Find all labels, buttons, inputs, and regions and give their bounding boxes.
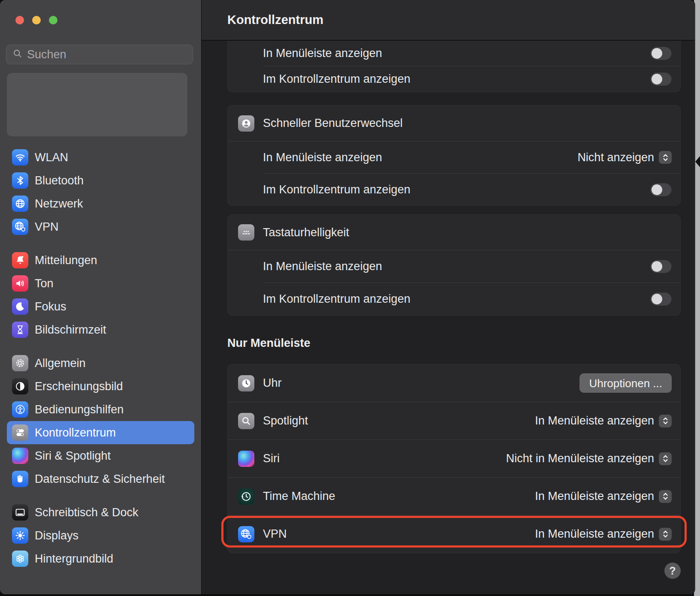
magnifier-icon [238, 413, 254, 429]
stepper-chevrons-icon [659, 528, 672, 541]
spotlight-select[interactable]: In Menüleiste anzeigen [535, 414, 672, 427]
titlebar: Kontrollzentrum [202, 0, 695, 41]
system-settings-window: Suchen WLANBluetoothNetzwerkVPNMitteilun… [0, 0, 695, 594]
stepper-chevrons-icon [659, 151, 672, 164]
section-header-tastaturhelligkeit: Tastaturhelligkeit [228, 215, 680, 250]
toggle-knob [652, 261, 662, 272]
bell-icon [12, 252, 28, 268]
im-kontrollzentrum-anzeigen-toggle[interactable] [650, 183, 672, 196]
background-window-edge [694, 0, 700, 596]
sidebar-group-gap [0, 491, 201, 501]
select-value: Nicht in Menüleiste anzeigen [506, 452, 654, 465]
sidebar-item-label: Bluetooth [35, 174, 84, 187]
vpn-select[interactable]: In Menüleiste anzeigen [535, 527, 672, 541]
menubar-row-vpn: VPNIn Menüleiste anzeigen [228, 515, 680, 553]
menubar-row-time-machine: Time MachineIn Menüleiste anzeigen [228, 478, 680, 515]
zoom-button[interactable] [49, 16, 57, 24]
uhr-options-button[interactable]: Uhroptionen ... [579, 373, 672, 393]
sidebar-item-allgemein[interactable]: Allgemein [7, 352, 194, 375]
keyboard-brightness-card: TastaturhelligkeitIn Menüleiste anzeigen… [227, 214, 681, 316]
settings-row-im-kontrollzentrum-anzeigen: Im Kontrollzentrum anzeigen [228, 174, 680, 205]
appearance-icon [12, 378, 28, 394]
stepper-chevrons-icon [659, 452, 672, 465]
hand-icon [12, 471, 28, 487]
sidebar-item-label: Datenschutz & Sicherheit [35, 473, 165, 486]
sidebar-item-label: Schreibtisch & Dock [35, 506, 139, 519]
sidebar-item-bluetooth[interactable]: Bluetooth [7, 169, 194, 192]
settings-row-in-men-leiste-anzeigen: In Menüleiste anzeigen [228, 41, 680, 66]
vpn-icon [12, 219, 28, 235]
settings-row-im-kontrollzentrum-anzeigen: Im Kontrollzentrum anzeigen [228, 283, 680, 315]
im-kontrollzentrum-anzeigen-toggle[interactable] [650, 292, 672, 306]
sidebar-item-erscheinungsbild[interactable]: Erscheinungsbild [7, 375, 194, 398]
close-button[interactable] [15, 16, 24, 24]
desktop-icon [12, 504, 28, 521]
time-machine-icon [238, 488, 254, 505]
sidebar-item-label: Allgemein [35, 357, 86, 370]
user-icon [238, 115, 254, 132]
sidebar-item-label: Ton [35, 277, 54, 290]
section-title: Schneller Benutzerwechsel [263, 117, 672, 130]
bluetooth-icon [12, 172, 28, 189]
row-label: In Menüleiste anzeigen [263, 260, 382, 273]
menubar-row-siri: SiriNicht in Menüleiste anzeigen [228, 440, 680, 477]
sun-icon [12, 527, 28, 544]
row-label: Time Machine [263, 490, 535, 503]
clipped-settings-card: In Menüleiste anzeigenIm Kontrollzentrum… [227, 41, 681, 92]
stepper-chevrons-icon [659, 490, 672, 503]
search-input[interactable]: Suchen [6, 45, 193, 64]
search-icon [12, 48, 23, 60]
in-men-leiste-anzeigen-select[interactable]: Nicht anzeigen [577, 151, 672, 164]
sidebar-item-ton[interactable]: Ton [7, 272, 194, 295]
row-label: Uhr [263, 376, 579, 390]
siri-icon [238, 451, 254, 467]
window-controls [15, 16, 57, 24]
accessibility-icon [12, 401, 28, 418]
page-title: Kontrollzentrum [227, 13, 323, 27]
sidebar-item-fokus[interactable]: Fokus [7, 295, 194, 318]
sidebar-item-kontrollzentrum[interactable]: Kontrollzentrum [7, 421, 194, 444]
wifi-icon [12, 149, 28, 166]
time-machine-select[interactable]: In Menüleiste anzeigen [535, 490, 672, 503]
moon-icon [12, 298, 28, 315]
im-kontrollzentrum-anzeigen-toggle[interactable] [650, 72, 672, 86]
kbd-brightness-icon [238, 224, 254, 241]
row-label: In Menüleiste anzeigen [263, 151, 382, 164]
siri-select[interactable]: Nicht in Menüleiste anzeigen [506, 452, 672, 465]
sidebar-item-displays[interactable]: Displays [7, 524, 194, 547]
hourglass-icon [12, 322, 28, 338]
sidebar-item-siri-spotlight[interactable]: Siri & Spotlight [7, 444, 194, 467]
sidebar-item-bildschirmzeit[interactable]: Bildschirmzeit [7, 318, 194, 341]
settings-row-in-men-leiste-anzeigen: In Menüleiste anzeigenNicht anzeigen [228, 141, 680, 173]
sidebar-item-bedienungshilfen[interactable]: Bedienungshilfen [7, 398, 194, 421]
help-button[interactable]: ? [664, 563, 681, 579]
sidebar-item-schreibtisch-dock[interactable]: Schreibtisch & Dock [7, 501, 194, 524]
sidebar-item-datenschutz-sicherheit[interactable]: Datenschutz & Sicherheit [7, 467, 194, 491]
sidebar-item-mitteilungen[interactable]: Mitteilungen [7, 249, 194, 272]
select-value: In Menüleiste anzeigen [535, 527, 654, 541]
menubar-only-heading: Nur Menüleiste [227, 337, 681, 350]
sidebar-item-label: Siri & Spotlight [35, 449, 111, 463]
sidebar-item-label: Hintergrundbild [35, 552, 113, 566]
clock-icon [238, 375, 254, 391]
menubar-row-uhr: UhrUhroptionen ... [228, 364, 680, 402]
search-placeholder: Suchen [27, 48, 66, 61]
sidebar-item-vpn[interactable]: VPN [7, 215, 194, 238]
in-men-leiste-anzeigen-toggle[interactable] [650, 260, 672, 273]
row-label: Spotlight [263, 414, 535, 427]
mouse-cursor [695, 155, 700, 168]
section-header-schneller-benutzerwechsel: Schneller Benutzerwechsel [228, 105, 680, 141]
content-pane: Kontrollzentrum In Menüleiste anzeigenIm… [202, 0, 695, 594]
settings-row-in-men-leiste-anzeigen: In Menüleiste anzeigen [228, 250, 680, 283]
sidebar-item-label: Erscheinungsbild [35, 380, 123, 393]
sidebar-item-label: Bildschirmzeit [35, 323, 106, 337]
select-value: In Menüleiste anzeigen [535, 490, 654, 503]
controlcenter-icon [12, 424, 28, 441]
sidebar-item-wlan[interactable]: WLAN [7, 146, 194, 169]
minimize-button[interactable] [32, 16, 41, 24]
in-men-leiste-anzeigen-toggle[interactable] [650, 47, 672, 60]
sidebar-item-netzwerk[interactable]: Netzwerk [7, 192, 194, 215]
gear-icon [12, 355, 28, 371]
profile-placeholder[interactable] [7, 73, 187, 136]
sidebar-item-hintergrundbild[interactable]: Hintergrundbild [7, 547, 194, 570]
